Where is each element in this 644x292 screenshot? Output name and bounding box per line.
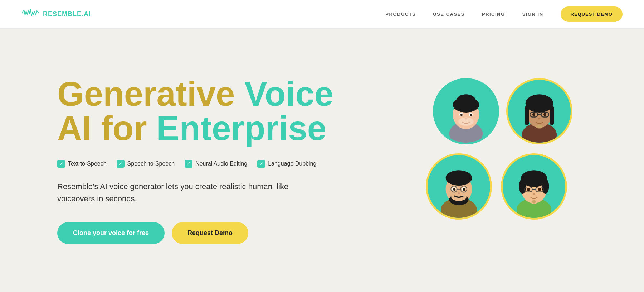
nav-sign-in[interactable]: SIGN IN [522,11,543,17]
svg-point-5 [456,94,475,107]
svg-point-47 [542,179,549,194]
feature-text-to-speech: ✓ Text-to-Speech [57,160,107,168]
hero-buttons: Clone your voice for free Request Demo [57,222,333,244]
svg-point-25 [536,125,543,128]
hero-title: Generative Voice AI for Enterprise [57,77,333,145]
svg-point-54 [532,200,536,204]
svg-point-35 [453,188,455,191]
svg-point-23 [543,113,546,116]
svg-point-36 [463,188,465,191]
svg-rect-17 [525,106,529,125]
check-icon-ld: ✓ [257,160,265,168]
feature-label-sts: Speech-to-Speech [127,161,175,167]
feature-label-tts: Text-to-Speech [68,161,107,167]
svg-point-16 [526,94,553,113]
svg-point-9 [470,114,472,116]
svg-point-24 [538,118,541,119]
feature-speech-to-speech: ✓ Speech-to-Speech [117,160,175,168]
feature-label-ld: Language Dubbing [268,161,316,167]
svg-point-22 [532,113,535,116]
hero-title-ai: AI for [57,109,156,147]
hero-section: Generative Voice AI for Enterprise ✓ Tex… [0,29,644,292]
avatar-3 [426,153,492,220]
hero-description: Resemble's AI voice generator lets you c… [57,181,301,205]
hero-title-enterprise: Enterprise [156,109,326,147]
svg-point-8 [460,114,463,116]
check-icon-nae: ✓ [185,160,192,168]
avatar-2 [506,78,572,144]
svg-point-51 [527,188,530,191]
check-icon-sts: ✓ [117,160,125,168]
request-demo-hero-button[interactable]: Request Demo [172,222,248,244]
nav-products[interactable]: PRODUCTS [385,11,416,17]
check-icon-tts: ✓ [57,160,65,168]
svg-rect-18 [550,106,554,125]
svg-point-52 [538,188,541,191]
hero-title-generative: Generative [57,75,244,113]
hero-title-voice: Voice [244,75,333,113]
avatar-cluster [415,67,587,254]
logo-text: RESEMBLE.AI [43,10,91,18]
feature-language-dubbing: ✓ Language Dubbing [257,160,316,168]
svg-point-40 [458,192,460,194]
hero-features: ✓ Text-to-Speech ✓ Speech-to-Speech ✓ Ne… [57,160,333,168]
svg-point-53 [533,193,535,195]
hero-content: Generative Voice AI for Enterprise ✓ Tex… [57,77,333,244]
avatar-4 [501,153,567,220]
request-demo-button[interactable]: REQUEST DEMO [561,6,623,22]
nav-use-cases[interactable]: USE CASES [433,11,465,17]
feature-neural-audio: ✓ Neural Audio Editing [185,160,247,168]
svg-point-11 [458,118,474,126]
logo[interactable]: RESEMBLE.AI [21,8,91,20]
svg-point-46 [519,179,526,194]
clone-voice-button[interactable]: Clone your voice for free [57,222,165,244]
nav-pricing[interactable]: PRICING [482,11,505,17]
feature-label-nae: Neural Audio Editing [195,161,247,167]
logo-wave-icon [21,8,39,20]
navbar: RESEMBLE.AI PRODUCTS USE CASES PRICING S… [0,0,644,29]
nav-links: PRODUCTS USE CASES PRICING SIGN IN REQUE… [385,6,623,22]
svg-point-30 [446,170,472,186]
avatar-1 [433,78,499,144]
